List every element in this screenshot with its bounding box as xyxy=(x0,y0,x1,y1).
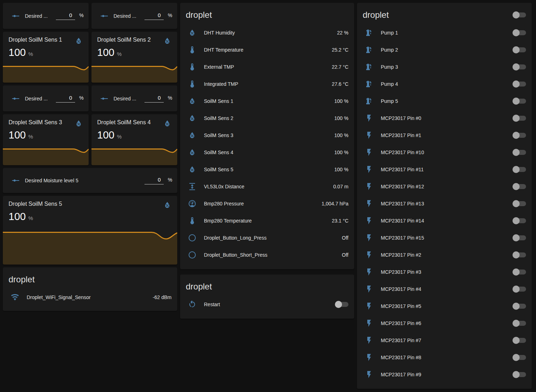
thermometer-icon xyxy=(188,63,196,71)
switch-row[interactable]: MCP23017 Pin #4 xyxy=(363,281,526,298)
arrow-expand-vertical-icon xyxy=(188,182,196,191)
entity-row[interactable]: SoilM Sens 1 100 % xyxy=(186,93,348,110)
entity-row[interactable]: Bmp280 Pressure 1,004.7 hPa xyxy=(186,195,348,212)
toggle[interactable] xyxy=(513,268,526,276)
entity-value: Off xyxy=(342,235,348,241)
switch-row[interactable]: MCP23017 Pin #8 xyxy=(363,349,526,366)
toggle[interactable] xyxy=(513,286,526,293)
entity-value: 100 % xyxy=(334,132,348,138)
switch-row[interactable]: MCP23017 Pin #0 xyxy=(363,110,526,127)
entity-name: Pump 5 xyxy=(381,98,398,104)
toggle[interactable] xyxy=(513,200,526,207)
toggle[interactable] xyxy=(513,80,526,88)
entity-row[interactable]: SoilM Sens 5 100 % xyxy=(186,161,348,178)
entity-row[interactable]: External TMP 22.7 °C xyxy=(186,58,348,75)
flash-icon xyxy=(365,336,373,345)
desired-input[interactable]: 0 % xyxy=(144,177,172,184)
soil-moisture-sensor-card-5[interactable]: Droplet SoilM Sens 5 100 % xyxy=(3,196,177,265)
toggle[interactable] xyxy=(513,149,526,156)
switch-row[interactable]: MCP23017 Pin #12 xyxy=(363,178,526,195)
entity-value: -62 dBm xyxy=(153,294,172,300)
toggle[interactable] xyxy=(513,320,526,327)
switch-row[interactable]: MCP23017 Pin #15 xyxy=(363,229,526,246)
switch-row[interactable]: MCP23017 Pin #14 xyxy=(363,212,526,229)
desired-input[interactable]: 0 % xyxy=(56,95,84,103)
toggle[interactable] xyxy=(513,354,526,361)
switch-row[interactable]: MCP23017 Pin #9 xyxy=(363,366,526,383)
toggle[interactable] xyxy=(513,303,526,310)
desired-value-field[interactable]: 0 xyxy=(144,12,164,20)
switch-row[interactable]: MCP23017 Pin #2 xyxy=(363,246,526,263)
switch-row[interactable]: MCP23017 Pin #6 xyxy=(363,315,526,332)
toggle[interactable] xyxy=(513,337,526,344)
toggle[interactable] xyxy=(513,234,526,241)
entity-row[interactable]: Droplet_Button_Long_Press Off xyxy=(186,229,348,246)
flash-icon xyxy=(365,148,373,157)
desired-input[interactable]: 0 % xyxy=(144,95,172,103)
all-switches-toggle[interactable] xyxy=(513,11,526,19)
switch-row[interactable]: MCP23017 Pin #13 xyxy=(363,195,526,212)
toggle[interactable] xyxy=(513,183,526,190)
dashboard: Desired ... 0 % Desired ... 0 % Droplet … xyxy=(0,0,536,392)
restart-toggle[interactable] xyxy=(335,301,348,308)
switch-row[interactable]: Pump 2 xyxy=(363,41,526,58)
entity-row[interactable]: DHT Humidity 22 % xyxy=(186,24,348,41)
water-pump-icon xyxy=(365,97,373,105)
toggle[interactable] xyxy=(513,132,526,139)
desired-value-field[interactable]: 0 xyxy=(144,177,164,184)
entity-row[interactable]: VL53L0x Distance 0.07 m xyxy=(186,178,348,195)
entity-row[interactable]: SoilM Sens 4 100 % xyxy=(186,144,348,161)
entity-value: 100 % xyxy=(334,98,348,104)
switch-row[interactable]: Pump 1 xyxy=(363,24,526,41)
switch-row[interactable]: Pump 3 xyxy=(363,58,526,75)
desired-input[interactable]: 0 % xyxy=(56,12,84,20)
toggle[interactable] xyxy=(513,115,526,122)
switch-row[interactable]: MCP23017 Pin #10 xyxy=(363,144,526,161)
soil-moisture-sensor-card-2[interactable]: Droplet SoilM Sens 2 100 % xyxy=(91,32,177,83)
flash-icon xyxy=(365,251,373,259)
switch-row[interactable]: Pump 5 xyxy=(363,93,526,110)
middle-column: droplet DHT Humidity 22 % DHT Temperatur… xyxy=(180,3,354,319)
toggle[interactable] xyxy=(513,251,526,258)
desired-value-field[interactable]: 0 xyxy=(56,12,75,20)
switch-row[interactable]: MCP23017 Pin #11 xyxy=(363,161,526,178)
desired-moisture-card-1: Desired ... 0 % xyxy=(3,3,89,29)
toggle[interactable] xyxy=(513,217,526,224)
desired-unit: % xyxy=(79,95,84,101)
entity-row[interactable]: Droplet_Button_Short_Press Off xyxy=(186,246,348,263)
switch-row[interactable]: MCP23017 Pin #1 xyxy=(363,127,526,144)
desired-input[interactable]: 0 % xyxy=(144,12,172,20)
flash-icon xyxy=(365,370,373,379)
switch-row[interactable]: Pump 4 xyxy=(363,75,526,93)
entity-name: MCP23017 Pin #3 xyxy=(381,269,421,275)
entity-row[interactable]: Droplet_WiFi_Signal_Sensor -62 dBm xyxy=(9,289,172,306)
entity-row[interactable]: DHT Temperature 25.2 °C xyxy=(186,41,348,58)
entity-row[interactable]: Integrated TMP 27.6 °C xyxy=(186,75,348,93)
soil-moisture-sensor-card-3[interactable]: Droplet SoilM Sens 3 100 % xyxy=(3,114,89,165)
switch-row[interactable]: MCP23017 Pin #3 xyxy=(363,263,526,281)
toggle[interactable] xyxy=(513,98,526,105)
toggle[interactable] xyxy=(513,29,526,36)
switch-row[interactable]: MCP23017 Pin #5 xyxy=(363,298,526,315)
entity-value: Off xyxy=(342,252,348,258)
entity-row[interactable]: SoilM Sens 3 100 % xyxy=(186,127,348,144)
entity-row[interactable]: SoilM Sens 2 100 % xyxy=(186,110,348,127)
flash-icon xyxy=(365,234,373,242)
entity-row[interactable]: Bmp280 Temperature 23.1 °C xyxy=(186,212,348,229)
toggle[interactable] xyxy=(513,371,526,378)
radiobox-blank-icon xyxy=(188,251,196,259)
entity-name: DHT Temperature xyxy=(204,47,243,53)
toggle[interactable] xyxy=(513,63,526,70)
switch-row[interactable]: MCP23017 Pin #7 xyxy=(363,332,526,349)
toggle[interactable] xyxy=(513,46,526,53)
desired-value-field[interactable]: 0 xyxy=(144,95,164,103)
entity-row-restart[interactable]: Restart xyxy=(186,296,348,313)
soil-moisture-sensor-card-4[interactable]: Droplet SoilM Sens 4 100 % xyxy=(91,114,177,165)
entity-name: MCP23017 Pin #13 xyxy=(381,201,424,207)
desired-value-field[interactable]: 0 xyxy=(56,95,75,103)
soil-moisture-sensor-card-1[interactable]: Droplet SoilM Sens 1 100 % xyxy=(3,32,89,83)
sensor-unit: % xyxy=(117,51,121,57)
sensor-value: 100 xyxy=(9,211,26,223)
desired-moisture-card-2: Desired ... 0 % xyxy=(91,3,177,29)
toggle[interactable] xyxy=(513,166,526,173)
